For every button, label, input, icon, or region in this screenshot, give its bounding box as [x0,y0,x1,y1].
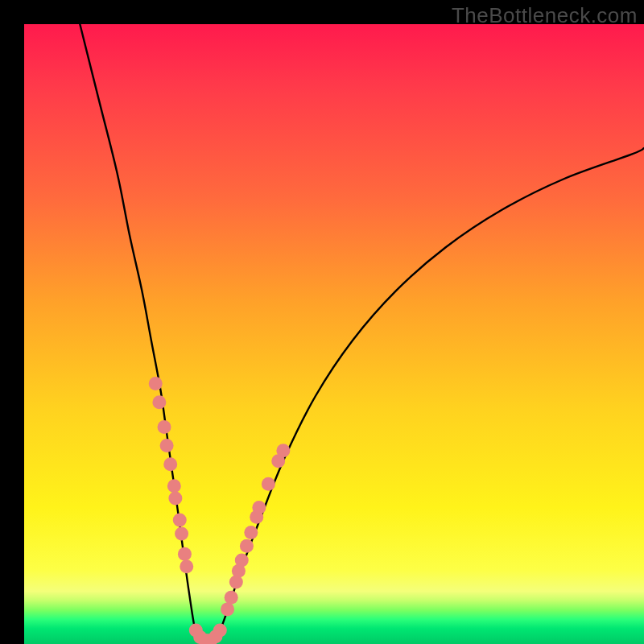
data-dot [213,624,227,638]
chart-stage: TheBottleneck.com [0,0,644,644]
plot-area [24,24,644,644]
data-dot [178,547,192,561]
data-dot [221,602,234,616]
data-dot [252,501,266,514]
data-dot [262,477,275,491]
data-dot [160,439,174,452]
data-dot [235,554,249,568]
curve-group [80,24,644,643]
data-dot [225,591,238,605]
data-dot [173,514,187,527]
data-dot [180,559,193,573]
data-dot [240,539,254,553]
curve-layer [24,24,644,644]
bottleneck-curve [80,24,644,643]
data-dot [276,444,290,457]
data-dot [158,420,171,434]
dots-group [149,377,291,644]
data-dot [149,377,163,390]
data-dot [163,457,177,471]
data-dot [244,526,258,539]
data-dot [152,395,166,409]
data-dot [168,492,182,506]
data-dot [175,526,188,540]
watermark-text: TheBottleneck.com [452,3,638,28]
data-dot [167,479,181,493]
